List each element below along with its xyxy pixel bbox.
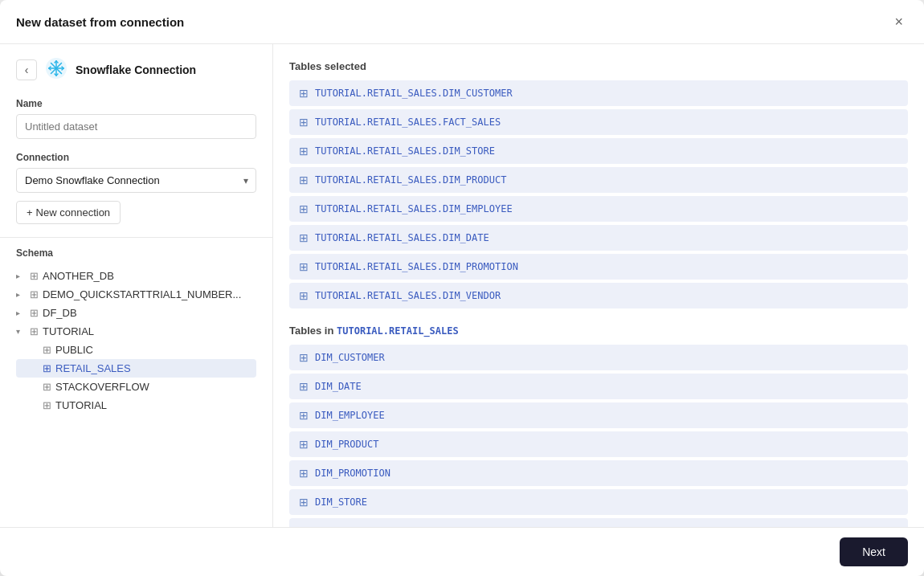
tree-item[interactable]: ▸⊞ANOTHER_DB <box>16 267 256 285</box>
schema-icon: ⊞ <box>43 362 51 374</box>
table-grid-icon: ⊞ <box>299 174 309 186</box>
schema-title: Schema <box>16 247 256 259</box>
selected-table-row[interactable]: ⊞TUTORIAL.RETAIL_SALES.DIM_EMPLOYEE <box>289 196 908 222</box>
tree-item-label: TUTORIAL <box>43 325 94 337</box>
tree-item[interactable]: ▸⊞DF_DB <box>16 304 256 322</box>
back-icon: ‹ <box>25 63 29 76</box>
chevron-down-icon: ▾ <box>16 327 26 336</box>
table-grid-icon: ⊞ <box>299 260 309 273</box>
left-panel: ‹ <box>0 44 273 527</box>
table-grid-icon: ⊞ <box>299 116 309 129</box>
database-icon: ⊞ <box>30 307 39 319</box>
available-table-name: DIM_DATE <box>315 381 362 392</box>
available-table-row[interactable]: ⊞DIM_STORE <box>289 489 908 515</box>
tree-item[interactable]: ▾⊞TUTORIAL <box>16 322 256 341</box>
available-table-row[interactable]: ⊞DIM_DATE <box>289 374 908 399</box>
table-grid-icon: ⊞ <box>299 496 309 509</box>
schema-icon: ⊞ <box>43 344 51 356</box>
tree-item-label: TUTORIAL <box>55 399 107 411</box>
tree-item[interactable]: ⊞STACKOVERFLOW <box>16 378 256 396</box>
table-grid-icon: ⊞ <box>299 231 309 244</box>
selected-table-name: TUTORIAL.RETAIL_SALES.DIM_STORE <box>315 145 495 157</box>
modal: New dataset from connection × ‹ <box>0 0 924 576</box>
connection-field-group: Connection Demo Snowflake Connection ▾ +… <box>16 152 256 224</box>
modal-footer: Next <box>0 527 924 576</box>
dataset-name-input[interactable] <box>16 114 256 139</box>
schema-section: Schema ▸⊞ANOTHER_DB▸⊞DEMO_QUICKSTARTTRIA… <box>0 238 272 527</box>
schema-icon: ⊞ <box>43 399 51 411</box>
tables-in-heading: Tables in TUTORIAL.RETAIL_SALES <box>289 325 908 337</box>
tree-item-label: DEMO_QUICKSTARTTRIAL1_NUMBER... <box>43 288 241 300</box>
tables-selected-heading: Tables selected <box>289 60 908 72</box>
new-connection-button[interactable]: + New connection <box>16 201 121 224</box>
name-label: Name <box>16 98 256 109</box>
table-grid-icon: ⊞ <box>299 380 309 393</box>
plus-icon: + <box>27 206 33 219</box>
table-grid-icon: ⊞ <box>299 409 309 422</box>
tree-item[interactable]: ⊞TUTORIAL <box>16 396 256 415</box>
available-table-row[interactable]: ⊞DIM_PROMOTION <box>289 460 908 486</box>
table-grid-icon: ⊞ <box>299 438 309 451</box>
selected-table-row[interactable]: ⊞TUTORIAL.RETAIL_SALES.DIM_PROMOTION <box>289 254 908 280</box>
tree-item-label: PUBLIC <box>55 344 93 356</box>
left-top-section: ‹ <box>0 44 272 238</box>
connection-select[interactable]: Demo Snowflake Connection <box>16 168 256 193</box>
tree-item[interactable]: ⊞RETAIL_SALES <box>16 359 256 378</box>
tree-item[interactable]: ⊞PUBLIC <box>16 341 256 359</box>
available-table-name: DIM_EMPLOYEE <box>315 410 385 421</box>
tree-item-label: ANOTHER_DB <box>43 270 114 282</box>
selected-table-name: TUTORIAL.RETAIL_SALES.DIM_EMPLOYEE <box>315 203 513 214</box>
name-field-group: Name <box>16 98 256 139</box>
close-button[interactable]: × <box>889 13 908 31</box>
modal-body: ‹ <box>0 44 924 527</box>
available-table-name: DIM_PRODUCT <box>315 439 378 450</box>
selected-table-row[interactable]: ⊞TUTORIAL.RETAIL_SALES.FACT_SALES <box>289 109 908 135</box>
table-grid-icon: ⊞ <box>299 289 309 302</box>
schema-icon: ⊞ <box>43 381 51 393</box>
connection-name-label: Snowflake Connection <box>76 63 196 76</box>
available-table-name: DIM_STORE <box>315 496 367 508</box>
selected-table-name: TUTORIAL.RETAIL_SALES.DIM_DATE <box>315 232 489 243</box>
available-table-row[interactable]: ⊞DIM_CUSTOMER <box>289 345 908 370</box>
table-grid-icon: ⊞ <box>299 145 309 157</box>
available-table-row[interactable]: ⊞DIM_EMPLOYEE <box>289 402 908 428</box>
connection-label: Connection <box>16 152 256 163</box>
connection-select-wrapper: Demo Snowflake Connection ▾ <box>16 168 256 193</box>
selected-tables-list: ⊞TUTORIAL.RETAIL_SALES.DIM_CUSTOMER⊞TUTO… <box>289 80 908 308</box>
database-icon: ⊞ <box>30 288 39 300</box>
database-icon: ⊞ <box>30 270 39 282</box>
schema-link[interactable]: TUTORIAL.RETAIL_SALES <box>337 325 459 337</box>
modal-title: New dataset from connection <box>16 15 184 29</box>
selected-table-name: TUTORIAL.RETAIL_SALES.FACT_SALES <box>315 116 501 128</box>
chevron-right-icon: ▸ <box>16 272 26 280</box>
available-table-name: DIM_PROMOTION <box>315 468 390 479</box>
chevron-right-icon: ▸ <box>16 308 26 317</box>
selected-table-name: TUTORIAL.RETAIL_SALES.DIM_PRODUCT <box>315 174 506 186</box>
selected-table-row[interactable]: ⊞TUTORIAL.RETAIL_SALES.DIM_VENDOR <box>289 283 908 308</box>
tree-item[interactable]: ▸⊞DEMO_QUICKSTARTTRIAL1_NUMBER... <box>16 285 256 304</box>
selected-table-row[interactable]: ⊞TUTORIAL.RETAIL_SALES.DIM_STORE <box>289 138 908 164</box>
connection-header: ‹ <box>16 57 256 82</box>
selected-table-row[interactable]: ⊞TUTORIAL.RETAIL_SALES.DIM_CUSTOMER <box>289 80 908 106</box>
tree-item-label: RETAIL_SALES <box>55 362 131 374</box>
available-table-name: DIM_CUSTOMER <box>315 352 385 363</box>
selected-table-name: TUTORIAL.RETAIL_SALES.DIM_CUSTOMER <box>315 88 513 99</box>
database-icon: ⊞ <box>30 325 39 337</box>
new-connection-label: New connection <box>36 206 111 219</box>
available-table-row[interactable]: ⊞DIM_PRODUCT <box>289 431 908 457</box>
selected-table-row[interactable]: ⊞TUTORIAL.RETAIL_SALES.DIM_DATE <box>289 225 908 251</box>
selected-table-name: TUTORIAL.RETAIL_SALES.DIM_VENDOR <box>315 290 501 301</box>
back-button[interactable]: ‹ <box>16 59 37 80</box>
selected-table-name: TUTORIAL.RETAIL_SALES.DIM_PROMOTION <box>315 261 518 272</box>
table-grid-icon: ⊞ <box>299 467 309 480</box>
available-tables-list: ⊞DIM_CUSTOMER⊞DIM_DATE⊞DIM_EMPLOYEE⊞DIM_… <box>289 345 908 527</box>
selected-table-row[interactable]: ⊞TUTORIAL.RETAIL_SALES.DIM_PRODUCT <box>289 167 908 193</box>
modal-header: New dataset from connection × <box>0 0 924 44</box>
schema-tree: ▸⊞ANOTHER_DB▸⊞DEMO_QUICKSTARTTRIAL1_NUMB… <box>16 267 256 415</box>
tables-in-section: Tables in TUTORIAL.RETAIL_SALES ⊞DIM_CUS… <box>289 325 908 527</box>
tree-item-label: DF_DB <box>43 307 77 319</box>
snowflake-icon <box>45 57 67 82</box>
next-button[interactable]: Next <box>840 537 908 566</box>
table-grid-icon: ⊞ <box>299 202 309 215</box>
available-table-row[interactable]: ⊞DIM_VENDOR <box>289 518 908 527</box>
